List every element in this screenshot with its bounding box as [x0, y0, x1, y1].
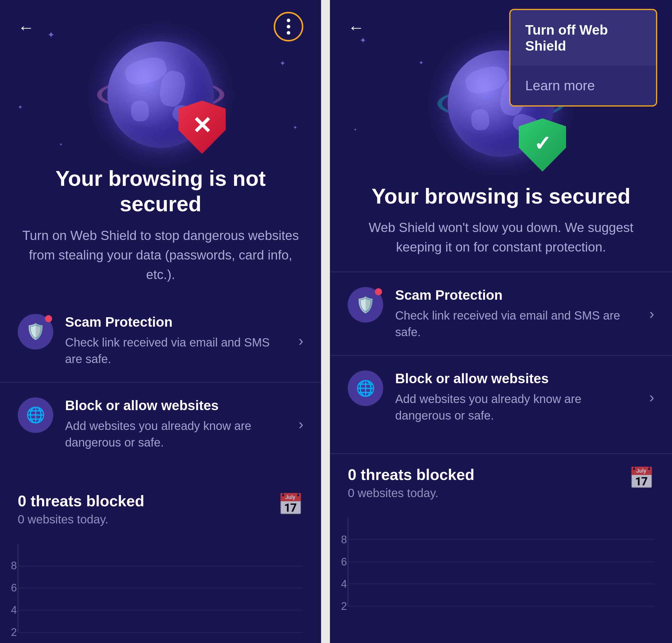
chart-label-2: 2: [2, 626, 17, 639]
star-decoration: ✦: [18, 104, 23, 111]
main-subtitle-left: Turn on Web Shield to stop dangerous web…: [0, 226, 321, 284]
chevron-right-icon-r2: ›: [649, 389, 654, 406]
calendar-icon-right[interactable]: 📅: [628, 466, 654, 490]
block-websites-desc-right: Add websites you already know are danger…: [395, 391, 637, 424]
left-panel: ✦ ✦ ✦ ✦ ✦ ← ✕ Your browsing is not secur…: [0, 0, 321, 643]
chevron-right-icon-r1: ›: [649, 305, 654, 322]
dropdown-learn-more[interactable]: Learn more: [511, 66, 656, 105]
back-button-right[interactable]: ←: [348, 18, 364, 37]
chart-label-r6: 6: [332, 556, 347, 568]
feature-scam-protection-right[interactable]: 🛡️ Scam Protection Check link received v…: [330, 272, 672, 355]
panel-divider: [321, 0, 330, 643]
scam-protection-icon-left: 🛡️: [18, 314, 53, 350]
scam-protection-title-left: Scam Protection: [65, 314, 287, 330]
chart-left: 8 6 4 2: [0, 538, 321, 633]
scam-protection-desc-left: Check link received via email and SMS ar…: [65, 334, 287, 367]
feature-block-websites-right[interactable]: 🌐 Block or allow websites Add websites y…: [330, 355, 672, 438]
star-decoration: ✦: [293, 124, 297, 131]
scam-protection-text-right: Scam Protection Check link received via …: [395, 287, 637, 340]
threats-title-left: 0 threats blocked: [18, 492, 144, 510]
chevron-right-icon-2: ›: [298, 415, 304, 433]
chart-right: 8 6 4 2: [330, 512, 672, 606]
shield-good-icon: ✓: [519, 118, 566, 172]
globe-illustration: ✕: [99, 41, 223, 148]
threats-section-left: 0 threats blocked 0 websites today. 📅: [0, 480, 321, 538]
back-button[interactable]: ←: [18, 18, 34, 37]
block-websites-title-left: Block or allow websites: [65, 397, 287, 413]
red-dot-indicator-right: [375, 288, 382, 295]
star-decoration-r4: ✦: [354, 127, 357, 132]
dropdown-menu: Turn off Web Shield Learn more: [509, 9, 657, 107]
chevron-right-icon: ›: [298, 332, 304, 349]
feature-block-websites-left[interactable]: 🌐 Block or allow websites Add websites y…: [0, 382, 321, 465]
scam-protection-title-right: Scam Protection: [395, 287, 637, 303]
threats-section-right: 0 threats blocked 0 websites today. 📅: [330, 454, 672, 512]
dropdown-turn-off[interactable]: Turn off Web Shield: [511, 10, 656, 66]
star-decoration: ✦: [59, 142, 63, 147]
block-websites-text-left: Block or allow websites Add websites you…: [65, 397, 287, 451]
calendar-icon-left[interactable]: 📅: [278, 492, 303, 516]
main-subtitle-right: Web Shield won't slow you down. We sugge…: [330, 218, 672, 257]
red-dot-indicator: [45, 315, 52, 322]
chart-label-4: 4: [2, 604, 17, 616]
more-button[interactable]: [274, 12, 303, 41]
more-dots-icon: [287, 19, 290, 35]
threats-title-right: 0 threats blocked: [348, 466, 474, 484]
block-websites-icon-left: 🌐: [18, 397, 53, 433]
scam-protection-text-left: Scam Protection Check link received via …: [65, 314, 287, 367]
star-decoration: ✦: [280, 59, 285, 68]
scam-protection-icon-right: 🛡️: [348, 287, 383, 323]
threats-sub-left: 0 websites today.: [18, 513, 144, 526]
scam-protection-desc-right: Check link received via email and SMS ar…: [395, 307, 637, 340]
block-websites-desc-left: Add websites you already know are danger…: [65, 417, 287, 451]
chart-label-r8: 8: [332, 534, 347, 546]
chart-label-r4: 4: [332, 578, 347, 590]
star-decoration: ✦: [47, 29, 55, 40]
chart-label-8: 8: [2, 560, 17, 572]
main-title-right: Your browsing is secured: [354, 183, 648, 209]
block-websites-text-right: Block or allow websites Add websites you…: [395, 371, 637, 424]
threats-sub-right: 0 websites today.: [348, 486, 474, 500]
shield-bad-icon: ✕: [179, 101, 226, 154]
feature-scam-protection-left[interactable]: 🛡️ Scam Protection Check link received v…: [0, 299, 321, 382]
main-title-left: Your browsing is not secured: [0, 166, 321, 217]
chart-label-r2: 2: [332, 600, 347, 612]
block-websites-icon-right: 🌐: [348, 371, 383, 406]
star-decoration-r2: ✦: [419, 59, 424, 66]
right-panel: ✦ ✦ ✦ ✦ ← Turn off Web Shield Learn more…: [330, 0, 672, 643]
chart-label-6: 6: [2, 582, 17, 594]
block-websites-title-right: Block or allow websites: [395, 371, 637, 386]
